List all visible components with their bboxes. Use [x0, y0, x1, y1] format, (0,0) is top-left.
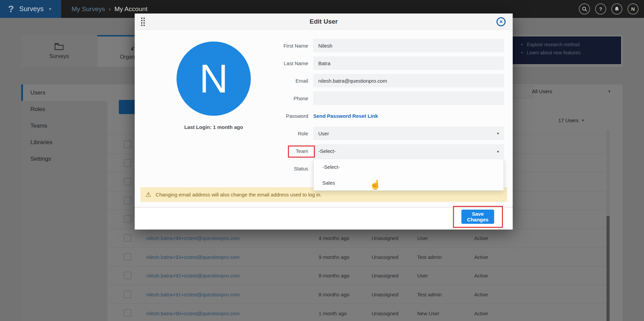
breadcrumb-my-surveys[interactable]: My Surveys [72, 5, 105, 13]
chevron-up-icon: ▴ [497, 149, 499, 153]
warning-icon: ⚠ [145, 191, 151, 198]
drag-handle-icon[interactable] [141, 18, 145, 26]
email-label: Email [259, 78, 308, 84]
bell-icon [614, 6, 619, 12]
team-select[interactable]: -Select- ▴ [313, 144, 504, 158]
account-avatar-button[interactable]: N [627, 3, 639, 15]
topbar-icons: ? N [579, 3, 639, 15]
last-login-text: Last Login: 1 month ago [156, 124, 271, 130]
first-name-label: First Name [259, 43, 308, 49]
team-value: -Select- [318, 148, 336, 154]
avatar-initial: N [631, 6, 635, 12]
role-row: Role User ▾ [259, 127, 506, 140]
close-icon[interactable]: ✕ [497, 17, 506, 26]
team-dropdown-option[interactable]: -Select- [314, 159, 504, 175]
help-button[interactable]: ? [595, 3, 606, 15]
last-name-label: Last Name [259, 60, 308, 66]
breadcrumb-separator: › [109, 6, 111, 12]
role-select[interactable]: User ▾ [313, 127, 504, 140]
annotation-box-save [453, 206, 503, 228]
first-name-row: First Name Nilesh [259, 39, 506, 52]
chevron-down-icon: ▾ [497, 131, 499, 136]
breadcrumb-current: My Account [114, 5, 147, 13]
notifications-button[interactable] [611, 3, 622, 15]
search-icon [582, 6, 587, 12]
role-label: Role [259, 131, 308, 136]
warning-text: Changing email address will also change … [156, 192, 322, 197]
phone-row: Phone [259, 91, 506, 105]
email-row: Email nilesh.batra@questionpro.com [259, 74, 506, 87]
mouse-cursor-icon: ☝ [370, 179, 381, 190]
send-password-reset-link[interactable]: Send Password Reset Link [313, 113, 378, 119]
password-row: Password Send Password Reset Link [259, 109, 506, 123]
screen: Surveys Organization • Explore research … [0, 0, 644, 321]
search-button[interactable] [579, 3, 590, 15]
first-name-field[interactable]: Nilesh [313, 39, 504, 52]
help-icon: ? [599, 6, 602, 12]
product-menu[interactable]: ? Surveys ▾ [0, 0, 61, 18]
chevron-down-icon: ▾ [49, 6, 51, 11]
team-dropdown-menu: -Select- Sales [313, 159, 504, 191]
edit-user-modal: Edit User ✕ N Last Login: 1 month ago Fi… [135, 14, 513, 230]
edit-user-form: First Name Nilesh Last Name Batra Email … [259, 39, 506, 179]
avatar-letter: N [199, 56, 228, 102]
modal-title: Edit User [310, 18, 338, 25]
questionpro-logo: ? [8, 4, 14, 14]
user-avatar: N [177, 42, 251, 116]
product-menu-label: Surveys [19, 5, 44, 13]
phone-field[interactable] [313, 91, 504, 105]
modal-header: Edit User ✕ [135, 14, 513, 30]
phone-label: Phone [259, 96, 308, 101]
last-name-row: Last Name Batra [259, 56, 506, 70]
team-dropdown-option[interactable]: Sales [314, 175, 504, 191]
annotation-box-team [288, 145, 315, 158]
email-field[interactable]: nilesh.batra@questionpro.com [313, 74, 504, 87]
last-name-field[interactable]: Batra [313, 56, 504, 70]
role-value: User [318, 131, 329, 136]
status-label: Status [259, 166, 308, 171]
password-label: Password [259, 113, 308, 119]
